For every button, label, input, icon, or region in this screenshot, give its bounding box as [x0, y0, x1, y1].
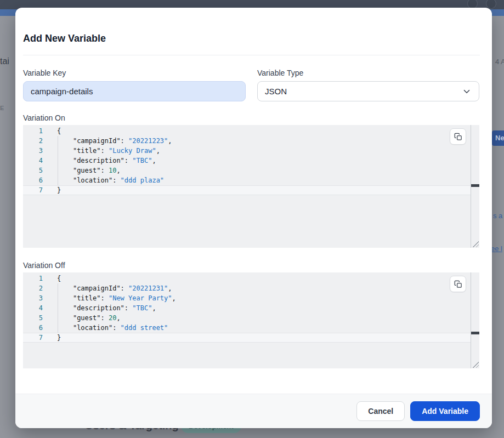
- copy-icon: [454, 280, 462, 288]
- variable-type-select[interactable]: JSON: [257, 81, 479, 101]
- code-line[interactable]: 3 "title": "New Year Party",: [23, 293, 471, 303]
- code-text: "campaignId": "20221231",: [57, 283, 172, 293]
- editor-scrollbar[interactable]: [471, 125, 479, 248]
- editor-scrollbar[interactable]: [471, 272, 479, 368]
- line-number: 3: [23, 293, 43, 303]
- background-link-fragment: ee l: [491, 244, 502, 253]
- copy-icon: [454, 133, 462, 141]
- copy-button[interactable]: [450, 276, 466, 292]
- code-text: {: [57, 126, 61, 136]
- code-lines: 1{2 "campaignId": "20221231",3 "title": …: [23, 272, 471, 343]
- cancel-button[interactable]: Cancel: [356, 401, 405, 421]
- variation-on-label: Variation On: [23, 113, 65, 122]
- line-number: 3: [23, 146, 43, 156]
- line-number: 6: [23, 175, 43, 185]
- line-number: 7: [23, 185, 43, 195]
- code-text: "location": "ddd street": [57, 323, 168, 333]
- variation-off-label: Variation Off: [23, 261, 65, 270]
- code-line[interactable]: 1{: [23, 126, 471, 136]
- code-line[interactable]: 5 "guest": 20,: [23, 313, 471, 323]
- code-text: }: [57, 333, 61, 343]
- line-number: 2: [23, 283, 43, 293]
- variable-type-label: Variable Type: [257, 69, 303, 77]
- background-text-fragment: E: [0, 105, 4, 111]
- chevron-down-icon: [462, 87, 472, 96]
- code-text: "title": "Lucky Draw",: [57, 146, 160, 156]
- indent-guide: [58, 136, 58, 185]
- background-link-fragment: s a: [493, 212, 502, 220]
- background-text-fragment: tai: [0, 56, 9, 66]
- code-line[interactable]: 2 "campaignId": "20221223",: [23, 136, 471, 146]
- code-text: "guest": 20,: [57, 313, 121, 323]
- code-line[interactable]: 4 "description": "TBC",: [23, 303, 471, 313]
- divider: [23, 55, 480, 55]
- add-variable-button[interactable]: Add Variable: [410, 401, 480, 421]
- code-text: }: [57, 185, 61, 195]
- modal-title: Add New Variable: [23, 33, 106, 44]
- indent-guide: [58, 283, 58, 333]
- code-text: "description": "TBC",: [57, 156, 156, 166]
- code-text: "description": "TBC",: [57, 303, 156, 313]
- line-number: 5: [23, 166, 43, 175]
- variation-off-editor[interactable]: 1{2 "campaignId": "20221231",3 "title": …: [23, 272, 479, 368]
- code-text: "guest": 10,: [57, 166, 121, 175]
- code-text: "campaignId": "20221223",: [57, 136, 172, 146]
- copy-button[interactable]: [450, 128, 466, 145]
- code-line[interactable]: 6 "location": "ddd street": [23, 323, 471, 333]
- code-line[interactable]: 5 "guest": 10,: [23, 166, 471, 175]
- background-button-fragment: Ne: [492, 130, 504, 146]
- line-number: 1: [23, 126, 43, 136]
- line-number: 6: [23, 323, 43, 333]
- code-line[interactable]: 6 "location": "ddd plaza": [23, 175, 471, 185]
- scrollbar-cursor-marker[interactable]: [471, 184, 479, 187]
- code-line[interactable]: 1{: [23, 274, 471, 283]
- code-text: "location": "ddd plaza": [57, 175, 164, 185]
- code-line[interactable]: 4 "description": "TBC",: [23, 156, 471, 166]
- scrollbar-cursor-marker[interactable]: [471, 332, 479, 334]
- code-text: "title": "New Year Party",: [57, 293, 176, 303]
- line-number: 4: [23, 303, 43, 313]
- line-number: 5: [23, 313, 43, 323]
- line-number: 4: [23, 156, 43, 166]
- code-lines: 1{2 "campaignId": "20221223",3 "title": …: [23, 125, 471, 195]
- line-number: 7: [23, 333, 43, 343]
- variable-key-label: Variable Key: [23, 69, 66, 77]
- background-text-fragment: 4 A: [495, 58, 504, 66]
- variation-on-editor[interactable]: 1{2 "campaignId": "20221223",3 "title": …: [23, 125, 479, 248]
- code-text: {: [57, 274, 61, 283]
- code-line[interactable]: 2 "campaignId": "20221231",: [23, 283, 471, 293]
- variable-type-value: JSON: [265, 87, 287, 96]
- avatar: [486, 0, 496, 9]
- code-line[interactable]: 7}: [23, 333, 471, 343]
- modal-footer: Cancel Add Variable: [15, 394, 492, 428]
- add-variable-modal: Add New Variable Variable Key Variable T…: [15, 8, 492, 428]
- code-line[interactable]: 3 "title": "Lucky Draw",: [23, 146, 471, 156]
- variable-key-input[interactable]: [23, 81, 246, 101]
- line-number: 1: [23, 274, 43, 283]
- code-line[interactable]: 7}: [23, 185, 471, 195]
- line-number: 2: [23, 136, 43, 146]
